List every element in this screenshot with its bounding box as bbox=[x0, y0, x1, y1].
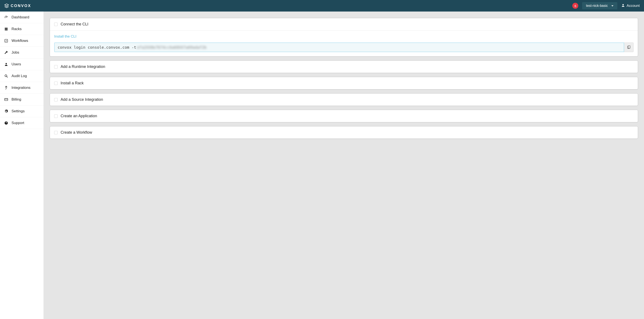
svg-point-10 bbox=[6, 124, 6, 124]
sidebar-item-label: Audit Log bbox=[12, 74, 27, 78]
gear-icon bbox=[4, 109, 8, 113]
account-link[interactable]: Account bbox=[621, 4, 640, 8]
sidebar-item-racks[interactable]: Racks bbox=[0, 23, 44, 35]
sidebar-item-workflows[interactable]: Workflows bbox=[0, 35, 44, 47]
checklist-item-header[interactable]: Install a Rack bbox=[50, 77, 638, 89]
checkbox-icon[interactable] bbox=[54, 65, 58, 69]
checklist-item-header[interactable]: Add a Source Integration bbox=[50, 94, 638, 106]
svg-point-7 bbox=[5, 75, 7, 77]
sidebar-item-dashboard[interactable]: Dashboard bbox=[0, 12, 44, 23]
checkbox-icon[interactable] bbox=[54, 131, 58, 134]
wrench-icon bbox=[4, 51, 8, 55]
user-icon bbox=[4, 62, 8, 66]
checkbox-icon[interactable] bbox=[54, 82, 58, 85]
sidebar-item-audit-log[interactable]: Audit Log bbox=[0, 70, 44, 82]
checklist-item-install-rack: Install a Rack bbox=[50, 77, 638, 90]
checklist-item-label: Add a Runtime Integration bbox=[60, 65, 105, 69]
sidebar-item-settings[interactable]: Settings bbox=[0, 106, 44, 117]
user-icon bbox=[621, 4, 625, 8]
checklist-item-header[interactable]: Connect the CLI bbox=[50, 18, 638, 31]
sidebar-item-billing[interactable]: Billing bbox=[0, 94, 44, 106]
cli-token-redacted: efa2XX8e7674cc6a68XX7a69adaf2b bbox=[137, 45, 206, 50]
checklist-item-runtime-integration: Add a Runtime Integration bbox=[50, 61, 638, 73]
checklist-item-connect-cli: Connect the CLI Install the CLI convox l… bbox=[50, 18, 638, 57]
svg-point-6 bbox=[6, 63, 7, 64]
cli-command-text: convox login console.convox.com -t bbox=[58, 45, 136, 50]
sidebar-item-label: Support bbox=[12, 121, 24, 125]
sidebar: Dashboard Racks Workflows Jobs Users bbox=[0, 12, 44, 319]
checklist-item-create-workflow: Create a Workflow bbox=[50, 126, 638, 139]
org-name: test-nick-basic bbox=[586, 4, 608, 8]
checklist-item-label: Add a Source Integration bbox=[60, 97, 103, 102]
sidebar-item-users[interactable]: Users bbox=[0, 59, 44, 70]
sidebar-item-label: Users bbox=[12, 62, 21, 66]
layout: Dashboard Racks Workflows Jobs Users bbox=[0, 12, 644, 319]
svg-rect-8 bbox=[5, 98, 8, 101]
sidebar-item-label: Workflows bbox=[12, 39, 28, 43]
sidebar-item-integrations[interactable]: Integrations bbox=[0, 82, 44, 94]
checklist-item-label: Connect the CLI bbox=[60, 22, 88, 27]
account-label: Account bbox=[627, 4, 640, 8]
cli-command-block[interactable]: convox login console.convox.com -t efa2X… bbox=[54, 43, 624, 52]
clipboard-icon bbox=[627, 45, 631, 50]
checkbox-icon[interactable] bbox=[54, 98, 58, 101]
svg-rect-11 bbox=[628, 46, 630, 48]
checklist-item-header[interactable]: Create an Application bbox=[50, 110, 638, 122]
checklist-item-create-application: Create an Application bbox=[50, 110, 638, 122]
top-header: CONVOX 6 test-nick-basic Account bbox=[0, 0, 644, 12]
cli-panel-body: Install the CLI convox login console.con… bbox=[50, 31, 638, 56]
plug-icon bbox=[4, 86, 8, 90]
copy-button[interactable] bbox=[624, 43, 634, 52]
notification-badge[interactable]: 6 bbox=[572, 3, 578, 9]
sidebar-item-label: Jobs bbox=[12, 50, 19, 55]
sidebar-item-jobs[interactable]: Jobs bbox=[0, 47, 44, 59]
checklist-item-label: Create a Workflow bbox=[60, 130, 92, 135]
sidebar-item-label: Racks bbox=[12, 27, 22, 31]
svg-rect-2 bbox=[5, 28, 8, 29]
sidebar-item-label: Dashboard bbox=[12, 15, 29, 20]
checkbox-icon[interactable] bbox=[54, 114, 58, 118]
checklist-item-header[interactable]: Create a Workflow bbox=[50, 126, 638, 139]
sidebar-item-support[interactable]: Support bbox=[0, 117, 44, 129]
sidebar-item-label: Integrations bbox=[12, 86, 30, 90]
svg-rect-5 bbox=[5, 39, 8, 42]
checklist-item-source-integration: Add a Source Integration bbox=[50, 93, 638, 106]
svg-point-0 bbox=[622, 4, 624, 5]
main-content: Connect the CLI Install the CLI convox l… bbox=[44, 12, 644, 319]
logo-text: CONVOX bbox=[11, 4, 31, 8]
checklist-item-label: Install a Rack bbox=[60, 81, 84, 85]
checklist-item-label: Create an Application bbox=[60, 114, 97, 118]
sidebar-item-label: Settings bbox=[12, 109, 24, 113]
header-left: CONVOX bbox=[4, 4, 31, 8]
install-cli-link[interactable]: Install the CLI bbox=[54, 34, 76, 39]
header-right: 6 test-nick-basic Account bbox=[572, 2, 640, 10]
logo[interactable]: CONVOX bbox=[4, 4, 31, 8]
search-icon bbox=[4, 74, 8, 78]
convox-logo-icon bbox=[4, 4, 9, 8]
dashboard-icon bbox=[4, 15, 8, 19]
server-icon bbox=[4, 27, 8, 31]
question-circle-icon bbox=[4, 121, 8, 125]
svg-rect-4 bbox=[5, 30, 8, 31]
check-square-icon bbox=[4, 39, 8, 43]
checkbox-icon[interactable] bbox=[54, 23, 58, 26]
badge-count: 6 bbox=[574, 4, 576, 8]
sidebar-item-label: Billing bbox=[12, 97, 21, 102]
org-selector[interactable]: test-nick-basic bbox=[582, 2, 617, 10]
checklist-item-header[interactable]: Add a Runtime Integration bbox=[50, 61, 638, 73]
credit-card-icon bbox=[4, 98, 8, 101]
caret-down-icon bbox=[611, 5, 614, 7]
svg-rect-3 bbox=[5, 29, 8, 30]
cli-command-row: convox login console.convox.com -t efa2X… bbox=[54, 43, 634, 52]
